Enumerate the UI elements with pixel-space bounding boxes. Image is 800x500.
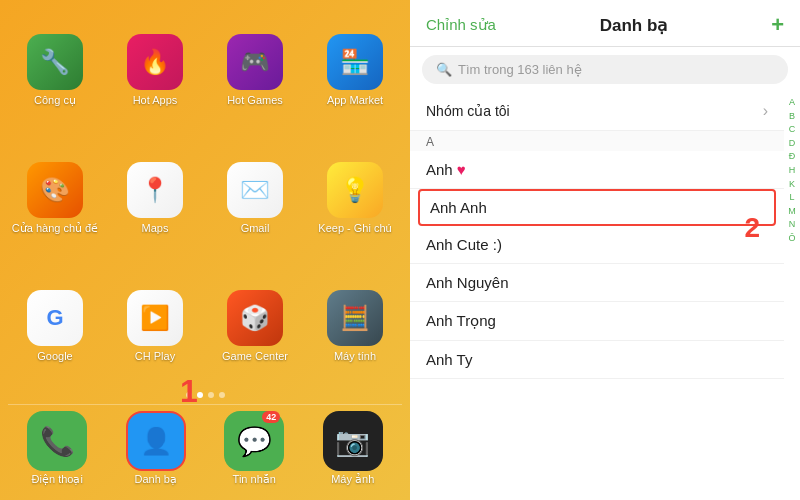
contact-anh[interactable]: Anh ♥: [410, 151, 784, 189]
app-icon-hotapps: 🔥: [127, 34, 183, 90]
dock-item-dienthoai[interactable]: 📞 Điện thoại: [27, 411, 87, 486]
app-item-keep[interactable]: 💡 Keep - Ghi chú: [308, 138, 402, 260]
alpha-dd[interactable]: Đ: [789, 150, 796, 163]
app-label-appmarket: App Market: [327, 94, 383, 107]
contact-anh-cute[interactable]: Anh Cute :): [410, 226, 784, 264]
app-item-congcu[interactable]: 🔧 Công cụ: [8, 10, 102, 132]
contact-anh-ty[interactable]: Anh Ty: [410, 341, 784, 379]
app-icon-google: G: [27, 290, 83, 346]
contacts-list: Nhóm của tôi › A Anh ♥ Anh Anh Anh Cute …: [410, 92, 800, 500]
dock-item-mayanhh[interactable]: 📷 Máy ảnh: [323, 411, 383, 486]
alpha-o[interactable]: Ô: [788, 232, 795, 245]
contact-name-anh-trong: Anh Trọng: [426, 312, 496, 330]
app-label-hotapps: Hot Apps: [133, 94, 178, 107]
alpha-m[interactable]: M: [788, 205, 796, 218]
alpha-d[interactable]: D: [789, 137, 796, 150]
app-item-google[interactable]: G Google: [8, 266, 102, 388]
badge-tinnhan: 42: [262, 411, 280, 423]
app-icon-calculator: 🧮: [327, 290, 383, 346]
app-icon-appmarket: 🏪: [327, 34, 383, 90]
contact-name-anh-cute: Anh Cute :): [426, 236, 502, 253]
app-label-chplay: CH Play: [135, 350, 175, 363]
alpha-c[interactable]: C: [789, 123, 796, 136]
app-label-hotgames: Hot Games: [227, 94, 283, 107]
app-icon-congcu: 🔧: [27, 34, 83, 90]
contact-name-anh-nguyen: Anh Nguyên: [426, 274, 509, 291]
app-label-cuahang: Cửa hàng chủ đề: [12, 222, 98, 235]
app-item-chplay[interactable]: ▶️ CH Play: [108, 266, 202, 388]
app-label-calculator: Máy tính: [334, 350, 376, 363]
number-2-label: 2: [744, 212, 760, 244]
dock-icon-dienthoai: 📞: [27, 411, 87, 471]
dock-item-tinnhan[interactable]: 💬 42 Tin nhắn: [224, 411, 284, 486]
app-icon-cuahang: 🎨: [27, 162, 83, 218]
app-icon-gamecenter: 🎲: [227, 290, 283, 346]
contacts-title: Danh bạ: [600, 15, 668, 36]
group-arrow-icon: ›: [763, 102, 768, 120]
app-item-gmail[interactable]: ✉️ Gmail: [208, 138, 302, 260]
dock-label-danba: Danh bạ: [135, 473, 177, 486]
dot-4: [219, 392, 225, 398]
app-grid: 🔧 Công cụ 🔥 Hot Apps 🎮 Hot Games 🏪 App M…: [8, 10, 402, 388]
dock-label-dienthoai: Điện thoại: [32, 473, 83, 486]
app-item-appmarket[interactable]: 🏪 App Market: [308, 10, 402, 132]
app-label-google: Google: [37, 350, 72, 363]
page-dots: [8, 392, 402, 398]
search-bar[interactable]: 🔍 Tìm trong 163 liên hệ: [422, 55, 788, 84]
alpha-a[interactable]: A: [789, 96, 795, 109]
contacts-content: Nhóm của tôi › A Anh ♥ Anh Anh Anh Cute …: [410, 92, 784, 500]
search-placeholder: Tìm trong 163 liên hệ: [458, 62, 582, 77]
contact-anh-trong[interactable]: Anh Trọng: [410, 302, 784, 341]
contact-name-anh-ty: Anh Ty: [426, 351, 472, 368]
contact-anh-nguyen[interactable]: Anh Nguyên: [410, 264, 784, 302]
app-label-gamecenter: Game Center: [222, 350, 288, 363]
right-panel: Chỉnh sửa Danh bạ + 🔍 Tìm trong 163 liên…: [410, 0, 800, 500]
app-label-congcu: Công cụ: [34, 94, 76, 107]
dock-label-mayanhh: Máy ảnh: [331, 473, 374, 486]
number-1-label: 1: [180, 373, 198, 410]
bottom-dock: 📞 Điện thoại 👤 Danh bạ 💬 42 Tin nhắn 📷 M…: [8, 404, 402, 490]
contact-name-anh: Anh ♥: [426, 161, 466, 178]
app-item-maps[interactable]: 📍 Maps: [108, 138, 202, 260]
app-icon-keep: 💡: [327, 162, 383, 218]
left-panel: 🔧 Công cụ 🔥 Hot Apps 🎮 Hot Games 🏪 App M…: [0, 0, 410, 500]
contact-header: Chỉnh sửa Danh bạ +: [410, 0, 800, 47]
alpha-index: A B C D Đ H K L M N Ô: [784, 92, 800, 500]
app-item-calculator[interactable]: 🧮 Máy tính: [308, 266, 402, 388]
app-label-gmail: Gmail: [241, 222, 270, 235]
app-item-hotgames[interactable]: 🎮 Hot Games: [208, 10, 302, 132]
app-label-keep: Keep - Ghi chú: [318, 222, 391, 235]
contact-anh-anh[interactable]: Anh Anh: [418, 189, 776, 226]
section-a: A: [410, 131, 784, 151]
app-icon-maps: 📍: [127, 162, 183, 218]
app-item-cuahang[interactable]: 🎨 Cửa hàng chủ đề: [8, 138, 102, 260]
heart-icon: ♥: [457, 161, 466, 178]
dock-item-danba[interactable]: 👤 Danh bạ: [126, 411, 186, 486]
my-groups-row[interactable]: Nhóm của tôi ›: [410, 92, 784, 131]
alpha-h[interactable]: H: [789, 164, 796, 177]
alpha-n[interactable]: N: [789, 218, 796, 231]
search-icon: 🔍: [436, 62, 452, 77]
app-icon-chplay: ▶️: [127, 290, 183, 346]
app-icon-hotgames: 🎮: [227, 34, 283, 90]
add-contact-button[interactable]: +: [771, 12, 784, 38]
alpha-l[interactable]: L: [789, 191, 794, 204]
app-item-gamecenter[interactable]: 🎲 Game Center: [208, 266, 302, 388]
alpha-b[interactable]: B: [789, 110, 795, 123]
dock-label-tinnhan: Tin nhắn: [233, 473, 276, 486]
dot-3: [208, 392, 214, 398]
my-groups-label: Nhóm của tôi: [426, 103, 510, 119]
dock-icon-mayanhh: 📷: [323, 411, 383, 471]
dock-icon-danba: 👤: [126, 411, 186, 471]
app-icon-gmail: ✉️: [227, 162, 283, 218]
alpha-k[interactable]: K: [789, 178, 795, 191]
edit-button[interactable]: Chỉnh sửa: [426, 16, 496, 34]
app-item-hotapps[interactable]: 🔥 Hot Apps: [108, 10, 202, 132]
contact-name-anh-anh: Anh Anh: [430, 199, 487, 216]
app-label-maps: Maps: [142, 222, 169, 235]
